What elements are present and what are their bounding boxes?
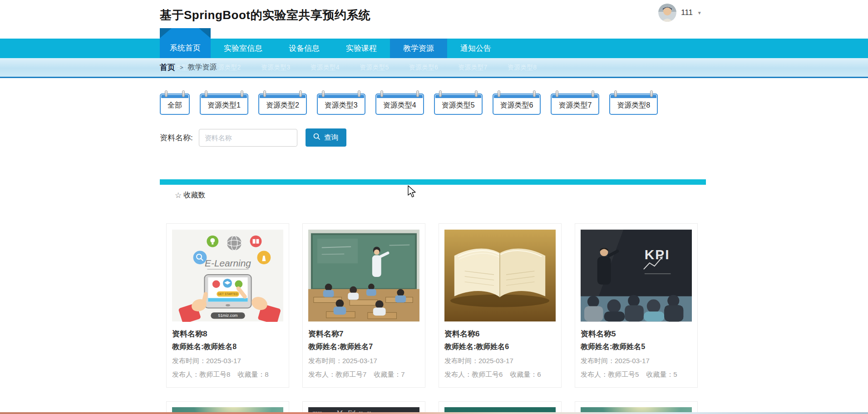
nav-tab-home[interactable]: 系统首页: [160, 28, 211, 58]
kpi-board-text: KPI: [645, 247, 670, 262]
publisher-value: 教师工号7: [335, 370, 366, 378]
filter-label: 资源类型4: [383, 101, 416, 109]
query-button[interactable]: 查询: [306, 128, 346, 147]
publish-time-label: 发布时间：: [172, 357, 206, 365]
favorites-value: 6: [537, 370, 541, 378]
user-menu[interactable]: 111 ▼: [658, 4, 702, 22]
nav-tab-teaching-resources[interactable]: 教学资源: [390, 39, 447, 58]
card-image-elearning: E-Learning GET STARTED 51miz.com: [172, 229, 283, 322]
ghost-tab: 资源类型3: [261, 64, 290, 72]
publisher-label: 发布人：: [308, 370, 335, 378]
filter-label: 资源类型1: [207, 101, 241, 109]
resource-type-filters: 全部 资源类型1 资源类型2 资源类型3 资源类型4 资源类型5 资源类型6 资…: [160, 94, 658, 115]
filter-label: 全部: [168, 101, 182, 109]
nav-tab-lab-info[interactable]: 实验室信息: [211, 39, 276, 58]
favorites-label: 收藏量：: [374, 370, 401, 378]
filter-label: 资源类型6: [500, 101, 533, 109]
resource-card[interactable]: E-Learning GET STARTED 51miz.com: [166, 223, 289, 388]
nav-tabs: 系统首页 实验室信息 设备信息 实验课程 教学资源 通知公告: [160, 39, 504, 58]
filter-button-type2[interactable]: 资源类型2: [258, 94, 307, 115]
pin-icon: [205, 90, 207, 97]
ghost-tab-strip: 资源类型1 资源类型2 资源类型3 资源类型4 资源类型5 资源类型6 资源类型…: [163, 58, 537, 77]
star-icon: ☆: [175, 191, 182, 200]
nav-tab-courses[interactable]: 实验课程: [333, 39, 390, 58]
elearning-start-button: GET STARTED: [218, 292, 238, 296]
card-publisher-row: 发布人：教师工号8收藏量：8: [172, 370, 283, 379]
nav-tab-announcements[interactable]: 通知公告: [447, 39, 504, 58]
filter-label: 资源类型3: [325, 101, 358, 109]
ghost-tab: 资源类型6: [409, 64, 438, 72]
filter-button-type5[interactable]: 资源类型5: [434, 94, 483, 115]
avatar[interactable]: [658, 4, 676, 22]
card-publisher-row: 发布人：教师工号6收藏量：6: [444, 370, 556, 379]
ghost-tab: 资源类型4: [311, 64, 340, 72]
card-teacher: 教师姓名:教师姓名5: [581, 342, 692, 352]
breadcrumb-band: 资源类型1 资源类型2 资源类型3 资源类型4 资源类型5 资源类型6 资源类型…: [0, 58, 868, 78]
filter-label: 资源类型2: [266, 101, 299, 109]
favorites-value: 5: [673, 370, 677, 378]
mouse-cursor: [407, 185, 416, 200]
breadcrumb-home-link[interactable]: 首页: [160, 62, 175, 73]
resource-card[interactable]: 资料名称7 教师姓名:教师姓名7 发布时间：2025-03-17 发布人：教师工…: [302, 223, 425, 388]
card-publisher-row: 发布人：教师工号5收藏量：5: [581, 370, 692, 379]
filter-button-type1[interactable]: 资源类型1: [200, 94, 248, 115]
filter-label: 资源类型7: [558, 101, 592, 109]
publisher-label: 发布人：: [444, 370, 472, 378]
breadcrumb: 首页 > 教学资源: [160, 58, 217, 77]
publisher-label: 发布人：: [581, 370, 608, 378]
publish-time-value: 2025-03-17: [342, 357, 377, 365]
ghost-tab: 资源类型8: [508, 64, 537, 72]
filter-button-type8[interactable]: 资源类型8: [609, 94, 658, 115]
card-teacher: 教师姓名:教师姓名7: [308, 342, 419, 352]
card-image-classroom: [308, 229, 419, 322]
pin-icon: [592, 90, 594, 97]
pin-icon: [475, 90, 478, 97]
resource-card[interactable]: 资料名称6 教师姓名:教师姓名6 发布时间：2025-03-17 发布人：教师工…: [439, 223, 562, 388]
search-icon: [313, 133, 321, 142]
publish-time-label: 发布时间：: [581, 357, 615, 365]
favorites-value: 7: [401, 370, 404, 378]
breadcrumb-current: 教学资源: [188, 63, 217, 72]
main-nav: 系统首页 实验室信息 设备信息 实验课程 教学资源 通知公告: [0, 39, 868, 58]
filter-button-type6[interactable]: 资源类型6: [493, 94, 541, 115]
card-title: 资料名称6: [444, 329, 556, 339]
filter-button-all[interactable]: 全部: [160, 94, 190, 115]
bottom-edge-strip: [0, 412, 868, 414]
card-title: 资料名称8: [172, 329, 283, 339]
pin-icon: [182, 90, 185, 97]
card-publisher-row: 发布人：教师工号7收藏量：7: [308, 370, 419, 379]
sort-by-favorites[interactable]: ☆ 收藏数: [175, 191, 205, 200]
favorites-label: 收藏量：: [646, 370, 673, 378]
sort-label: 收藏数: [183, 191, 205, 200]
card-publish-time: 发布时间：2025-03-17: [308, 357, 419, 365]
header: 基于SpringBoot的实验室共享预约系统 111 ▼: [0, 0, 868, 39]
filter-button-type3[interactable]: 资源类型3: [317, 94, 365, 115]
pin-icon: [165, 90, 168, 97]
pin-icon: [498, 90, 500, 97]
search-input[interactable]: [199, 129, 297, 147]
favorites-value: 8: [265, 370, 268, 378]
card-publish-time: 发布时间：2025-03-17: [581, 357, 692, 365]
filter-button-type4[interactable]: 资源类型4: [375, 94, 424, 115]
pin-icon: [358, 90, 360, 97]
breadcrumb-separator: >: [180, 64, 183, 71]
publish-time-value: 2025-03-17: [206, 357, 241, 365]
card-image-kpi: KPI: [581, 229, 692, 322]
ghost-tab: 资源类型7: [459, 64, 488, 72]
pin-icon: [416, 90, 419, 97]
pin-icon: [322, 90, 325, 97]
resource-card[interactable]: KPI 资料名称5 教师姓名:教师姓名5 发布时间：2025-03-17 发布人…: [575, 223, 698, 388]
pin-icon: [533, 90, 536, 97]
pin-icon: [299, 90, 302, 97]
page-title: 基于SpringBoot的实验室共享预约系统: [160, 7, 371, 23]
card-teacher: 教师姓名:教师姓名6: [444, 342, 556, 352]
pin-icon: [556, 90, 558, 97]
nav-tab-device-info[interactable]: 设备信息: [276, 39, 333, 58]
username-label: 111: [681, 8, 693, 17]
card-title: 资料名称5: [581, 329, 692, 339]
teal-divider-bar: [160, 179, 706, 185]
pin-icon: [614, 90, 617, 97]
filter-button-type7[interactable]: 资源类型7: [551, 94, 599, 115]
pin-icon: [650, 90, 653, 97]
pin-icon: [263, 90, 266, 97]
